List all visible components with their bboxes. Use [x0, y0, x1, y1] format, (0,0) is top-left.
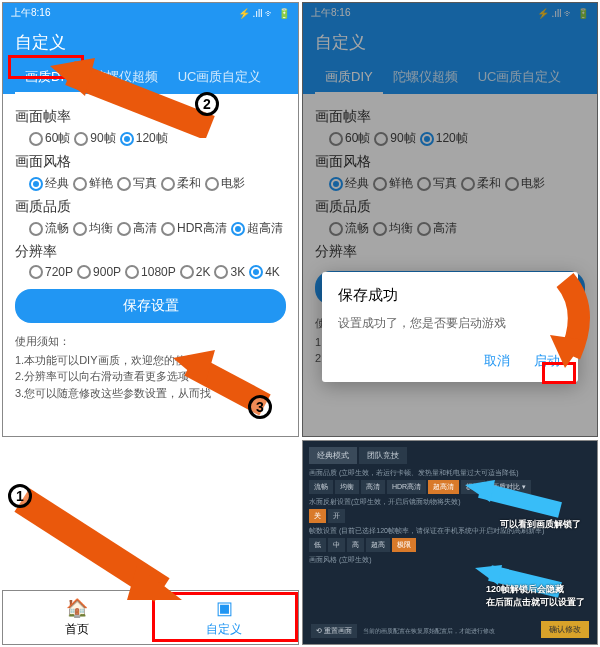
quality-balanced[interactable]: 均衡 — [73, 220, 113, 237]
arrow-orange-1 — [2, 480, 202, 610]
game-opt-hd[interactable]: 高清 — [361, 480, 385, 494]
quality-smooth[interactable]: 流畅 — [29, 220, 69, 237]
radio-icon — [73, 177, 87, 191]
game-fps-extreme[interactable]: 极限 — [392, 538, 416, 552]
quality-uhd[interactable]: 超高清 — [231, 220, 283, 237]
res-2k[interactable]: 2K — [180, 265, 211, 279]
dialog-message: 设置成功了，您是否要启动游戏 — [338, 315, 562, 332]
game-opt-balanced[interactable]: 均衡 — [335, 480, 359, 494]
radio-icon — [161, 222, 175, 236]
arrow-orange-launch — [530, 270, 600, 370]
game-fps-low[interactable]: 低 — [309, 538, 326, 552]
style-soft[interactable]: 柔和 — [161, 175, 201, 192]
radio-icon — [161, 177, 175, 191]
svg-marker-4 — [465, 480, 495, 502]
radio-icon — [180, 265, 194, 279]
quality-options: 流畅 均衡 高清 HDR高清 超高清 — [15, 220, 286, 237]
res-options: 720P 900P 1080P 2K 3K 4K — [15, 265, 286, 279]
game-reset-button[interactable]: ⟲ 重置画面 — [311, 624, 357, 638]
game-opt-uhd[interactable]: 超高清 — [428, 480, 459, 494]
radio-icon — [205, 177, 219, 191]
game-fps-mid[interactable]: 中 — [328, 538, 345, 552]
game-fps-ultra[interactable]: 超高 — [366, 538, 390, 552]
style-movie[interactable]: 电影 — [205, 175, 245, 192]
step-2-marker: 2 — [195, 92, 219, 116]
game-style-label: 画面风格 (立即生效) — [309, 555, 591, 565]
dialog-actions: 取消 启动 — [338, 348, 562, 374]
quality-hd[interactable]: 高清 — [117, 220, 157, 237]
game-opt-smooth[interactable]: 流畅 — [309, 480, 333, 494]
res-3k[interactable]: 3K — [214, 265, 245, 279]
game-hint: 当前的画质配置在恢复原始配置后，才能进行修改 — [363, 627, 495, 636]
game-water-off[interactable]: 关 — [309, 509, 326, 523]
annotation-quality-unlocked: 可以看到画质解锁了 — [500, 518, 581, 531]
radio-icon — [214, 265, 228, 279]
status-icons: ⚡ .ıll ᯤ 🔋 — [238, 8, 290, 19]
game-opt-hdr[interactable]: HDR高清 — [387, 480, 426, 494]
radio-icon — [231, 222, 245, 236]
quality-title: 画质品质 — [15, 198, 286, 216]
radio-icon — [29, 222, 43, 236]
arrow-orange-2 — [40, 58, 220, 138]
game-tab-team[interactable]: 团队竞技 — [359, 447, 407, 464]
dialog-title: 保存成功 — [338, 286, 562, 305]
res-720[interactable]: 720P — [29, 265, 73, 279]
radio-icon — [125, 265, 139, 279]
radio-icon — [77, 265, 91, 279]
style-title: 画面风格 — [15, 153, 286, 171]
res-900[interactable]: 900P — [77, 265, 121, 279]
page-title: 自定义 — [15, 31, 286, 54]
nav-home-label: 首页 — [65, 621, 89, 638]
radio-icon — [29, 265, 43, 279]
game-settings: 经典模式 团队竞技 画面品质 (立即生效，若运行卡顿、发热量和耗电量过大可适当降… — [302, 440, 598, 645]
save-button[interactable]: 保存设置 — [15, 289, 286, 323]
style-vivid[interactable]: 鲜艳 — [73, 175, 113, 192]
game-fps-high[interactable]: 高 — [347, 538, 364, 552]
radio-icon — [73, 222, 87, 236]
game-confirm-button[interactable]: 确认修改 — [541, 621, 589, 638]
step-3-marker: 3 — [248, 395, 272, 419]
style-photo[interactable]: 写真 — [117, 175, 157, 192]
quality-hdr[interactable]: HDR高清 — [161, 220, 227, 237]
annotation-120fps-hidden: 120帧解锁后会隐藏 在后面点击就可以设置了 — [486, 583, 585, 609]
game-tab-classic[interactable]: 经典模式 — [309, 447, 357, 464]
res-1080[interactable]: 1080P — [125, 265, 176, 279]
radio-icon — [249, 265, 263, 279]
notes-title: 使用须知： — [15, 333, 286, 350]
svg-marker-5 — [475, 565, 502, 585]
status-time: 上午8:16 — [11, 6, 50, 20]
status-bar: 上午8:16 ⚡ .ıll ᯤ 🔋 — [3, 3, 298, 23]
radio-icon — [117, 222, 131, 236]
cancel-button[interactable]: 取消 — [482, 348, 512, 374]
style-classic[interactable]: 经典 — [29, 175, 69, 192]
radio-icon — [29, 177, 43, 191]
res-4k[interactable]: 4K — [249, 265, 280, 279]
arrow-blue-1 — [460, 480, 570, 520]
res-title: 分辨率 — [15, 243, 286, 261]
game-quality-label: 画面品质 (立即生效，若运行卡顿、发热量和耗电量过大可适当降低) — [309, 468, 591, 478]
step-1-marker: 1 — [8, 484, 32, 508]
style-options: 经典 鲜艳 写真 柔和 电影 — [15, 175, 286, 192]
radio-icon — [117, 177, 131, 191]
game-water-on[interactable]: 开 — [328, 509, 345, 523]
